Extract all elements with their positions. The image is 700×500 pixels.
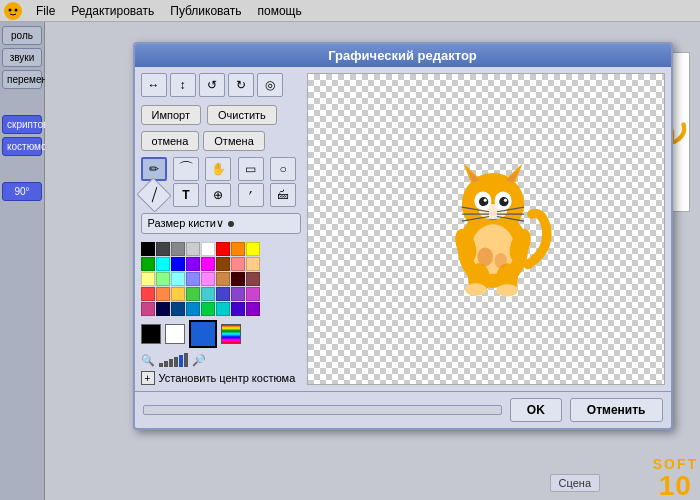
color-cell-16[interactable] <box>141 272 155 286</box>
menu-publish[interactable]: Публиковать <box>162 2 249 20</box>
redo-button[interactable]: Отмена <box>203 131 264 151</box>
sidebar-variables[interactable]: переменные <box>2 70 42 89</box>
undo-button[interactable]: отмена <box>141 131 200 151</box>
mag-bar-6 <box>184 353 188 367</box>
hand-tool[interactable]: ✋ <box>205 157 231 181</box>
menu-edit[interactable]: Редактировать <box>63 2 162 20</box>
app-container: File Редактировать Публиковать помощь ро… <box>0 0 700 500</box>
color-cell-7[interactable] <box>246 242 260 256</box>
menu-help[interactable]: помощь <box>250 2 310 20</box>
zoom-in-icon[interactable]: 🔎 <box>192 354 206 367</box>
color-cell-39[interactable] <box>246 302 260 316</box>
menu-bar: File Редактировать Публиковать помощь <box>0 0 700 22</box>
color-cell-1[interactable] <box>156 242 170 256</box>
brush-tool[interactable]: ⌒ <box>173 157 199 181</box>
menu-file[interactable]: File <box>28 2 63 20</box>
sidebar: роль звуки переменные скриптов костюмов … <box>0 22 45 500</box>
center-btn[interactable]: ◎ <box>257 73 283 97</box>
color-cell-17[interactable] <box>156 272 170 286</box>
zoom-out-icon[interactable]: 🔍 <box>141 354 155 367</box>
stamp-tool[interactable]: ⎖ <box>238 183 264 207</box>
color-cell-19[interactable] <box>186 272 200 286</box>
import-clear-row: Импорт Очистить <box>141 105 301 125</box>
color-cell-33[interactable] <box>156 302 170 316</box>
sidebar-sounds[interactable]: звуки <box>2 48 42 67</box>
scroll-bar[interactable] <box>143 405 502 415</box>
color-cell-14[interactable] <box>231 257 245 271</box>
color-cell-4[interactable] <box>201 242 215 256</box>
set-center-row: + Установить центр костюма <box>141 371 301 385</box>
color-cell-26[interactable] <box>171 287 185 301</box>
color-cell-20[interactable] <box>201 272 215 286</box>
foreground-color[interactable] <box>141 324 161 344</box>
color-cell-8[interactable] <box>141 257 155 271</box>
color-cell-12[interactable] <box>201 257 215 271</box>
color-cell-34[interactable] <box>171 302 185 316</box>
cancel-button[interactable]: Отменить <box>570 398 663 422</box>
svg-point-23 <box>499 197 508 206</box>
graphic-editor: Графический редактор ↔ ↕ ↺ ↻ <box>133 42 673 430</box>
text-tool[interactable]: T <box>173 183 199 207</box>
svg-point-24 <box>483 199 486 202</box>
editor-body: ↔ ↕ ↺ ↻ ◎ Импорт Очистить <box>135 67 671 391</box>
rotate-ccw-btn[interactable]: ↺ <box>199 73 225 97</box>
brush-size-row[interactable]: Размер кисти∨ <box>141 213 301 234</box>
background-color[interactable] <box>165 324 185 344</box>
svg-point-0 <box>4 2 22 20</box>
color-cell-35[interactable] <box>186 302 200 316</box>
color-cell-38[interactable] <box>231 302 245 316</box>
app-logo <box>4 2 22 20</box>
sidebar-scripts[interactable]: скриптов <box>2 115 42 134</box>
mag-bar-4 <box>174 357 178 367</box>
flip-v-btn[interactable]: ↕ <box>170 73 196 97</box>
color-cell-24[interactable] <box>141 287 155 301</box>
color-spectrum[interactable] <box>221 324 241 344</box>
color-cell-11[interactable] <box>186 257 200 271</box>
rotate-cw-btn[interactable]: ↻ <box>228 73 254 97</box>
transform-tools: ↔ ↕ ↺ ↻ ◎ <box>141 73 301 97</box>
color-cell-10[interactable] <box>171 257 185 271</box>
color-cell-29[interactable] <box>216 287 230 301</box>
color-cell-27[interactable] <box>186 287 200 301</box>
color-cell-3[interactable] <box>186 242 200 256</box>
content-area: роль звуки переменные скриптов костюмов … <box>0 22 700 500</box>
color-cell-30[interactable] <box>231 287 245 301</box>
set-center-button[interactable]: + <box>141 371 155 385</box>
rect-tool[interactable]: ▭ <box>238 157 264 181</box>
color-cell-5[interactable] <box>216 242 230 256</box>
clear-button[interactable]: Очистить <box>207 105 277 125</box>
color-cell-15[interactable] <box>246 257 260 271</box>
color-cell-21[interactable] <box>216 272 230 286</box>
color-cell-28[interactable] <box>201 287 215 301</box>
svg-point-2 <box>15 8 18 11</box>
eyedropper-tool[interactable]: 🖮 <box>270 183 296 207</box>
color-cell-25[interactable] <box>156 287 170 301</box>
color-cell-13[interactable] <box>216 257 230 271</box>
color-cell-2[interactable] <box>171 242 185 256</box>
stage-area: Графический редактор ↔ ↕ ↺ ↻ <box>45 22 700 500</box>
sidebar-role[interactable]: роль <box>2 26 42 45</box>
magnify-row: 🔍 🔎 <box>141 353 301 367</box>
ok-button[interactable]: OK <box>510 398 562 422</box>
color-cell-37[interactable] <box>216 302 230 316</box>
svg-point-1 <box>9 8 12 11</box>
editor-canvas[interactable] <box>307 73 665 385</box>
flip-h-btn[interactable]: ↔ <box>141 73 167 97</box>
move-tool[interactable]: ⊕ <box>205 183 231 207</box>
color-cell-18[interactable] <box>171 272 185 286</box>
import-button[interactable]: Импорт <box>141 105 201 125</box>
color-cell-22[interactable] <box>231 272 245 286</box>
color-cell-6[interactable] <box>231 242 245 256</box>
color-cell-31[interactable] <box>246 287 260 301</box>
color-cell-9[interactable] <box>156 257 170 271</box>
mag-bar-3 <box>169 359 173 367</box>
line-tool[interactable]: ╲ <box>136 177 171 212</box>
color-cell-0[interactable] <box>141 242 155 256</box>
ellipse-tool[interactable]: ○ <box>270 157 296 181</box>
color-cell-32[interactable] <box>141 302 155 316</box>
color-cell-23[interactable] <box>246 272 260 286</box>
color-cell-36[interactable] <box>201 302 215 316</box>
sidebar-rotation[interactable]: 90° <box>2 182 42 201</box>
selected-color[interactable] <box>189 320 217 348</box>
sidebar-costumes[interactable]: костюмов <box>2 137 42 156</box>
